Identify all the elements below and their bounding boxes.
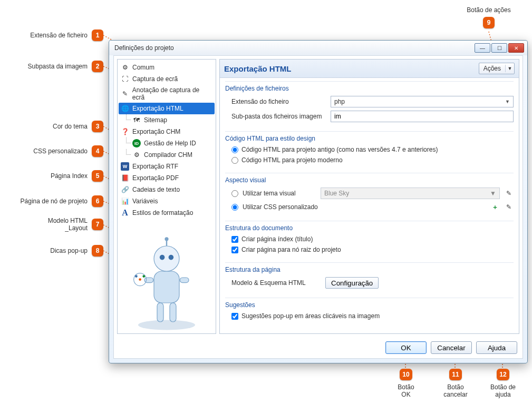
sidebar-item-label: Cadeias de texto bbox=[132, 186, 180, 193]
checkbox-label: Criar página para nó raiz do projeto bbox=[241, 246, 341, 253]
annotation-badge: 3 bbox=[92, 121, 103, 132]
sidebar-item-text-strings[interactable]: 🔗Cadeias de texto bbox=[119, 184, 215, 195]
help-button[interactable]: Ajuda bbox=[476, 341, 517, 354]
annotation-label: Subpasta da imagem bbox=[28, 63, 88, 70]
section-doc-structure: Estrutura do documento Criar página índe… bbox=[220, 218, 519, 259]
sidebar-item-label: Anotação de captura de ecrã bbox=[132, 86, 212, 101]
sidebar-item-format-styles[interactable]: AEstilos de formatação bbox=[119, 207, 215, 219]
dialog-footer: OK Cancelar Ajuda bbox=[114, 337, 523, 358]
sidebar-item-label: Comum bbox=[132, 64, 154, 71]
annotation-badge: 1 bbox=[92, 29, 103, 41]
ext-combo[interactable]: php ▼ bbox=[331, 96, 514, 107]
svg-point-28 bbox=[169, 255, 174, 260]
pdf-icon: 📕 bbox=[121, 174, 129, 182]
checkbox-root-page[interactable] bbox=[231, 247, 238, 253]
sidebar-item-label: Sitemap bbox=[144, 116, 167, 124]
svg-point-30 bbox=[165, 237, 168, 241]
actions-button-label: Ações bbox=[479, 65, 506, 72]
help-icon: ❓ bbox=[121, 127, 129, 136]
checkbox-index-page[interactable] bbox=[231, 236, 238, 243]
add-icon[interactable]: ＋ bbox=[490, 202, 500, 212]
sidebar-item-variables[interactable]: 📊Variáveis bbox=[119, 195, 215, 207]
titlebar: Definições do projeto — ☐ ✕ bbox=[109, 41, 527, 55]
svg-rect-33 bbox=[157, 303, 163, 322]
config-button[interactable]: Configuração bbox=[325, 277, 379, 289]
annotation-label: Cor do tema bbox=[53, 123, 88, 130]
main-header: Exportação HTML Ações ▼ bbox=[220, 60, 519, 78]
sidebar-item-helpid[interactable]: IDGestão de Help ID bbox=[119, 137, 215, 149]
sidebar-item-label: Exportação HTML bbox=[132, 105, 183, 112]
maximize-button[interactable]: ☐ bbox=[491, 43, 507, 53]
chevron-down-icon: ▼ bbox=[505, 99, 510, 104]
annotation-badge: 9 bbox=[483, 17, 495, 28]
edit-theme-icon[interactable]: ✎ bbox=[504, 189, 514, 198]
svg-point-27 bbox=[160, 255, 165, 260]
radio-label: Código HTML para projeto antigo (como na… bbox=[241, 146, 438, 153]
sidebar-item-anotacao[interactable]: ✎Anotação de captura de ecrã bbox=[119, 85, 215, 103]
radio-custom-css[interactable] bbox=[231, 204, 238, 211]
annotation-label: Botão de ajuda bbox=[482, 383, 524, 398]
cancel-button[interactable]: Cancelar bbox=[431, 341, 472, 354]
id-icon: ID bbox=[132, 139, 141, 147]
annotation-label: Botão cancelar bbox=[434, 383, 477, 398]
theme-value: Blue Sky bbox=[324, 190, 349, 197]
sidebar-item-label: Variáveis bbox=[132, 198, 158, 205]
checkbox-label: Sugestões pop-up em áreas clicáveis na i… bbox=[241, 312, 380, 320]
model-label: Modelo & Esquema HTML bbox=[231, 279, 321, 287]
checkbox-label: Criar página índex (título) bbox=[241, 235, 313, 243]
section-title: Definições de ficheiros bbox=[225, 81, 514, 94]
sidebar-item-label: Exportação CHM bbox=[132, 128, 180, 135]
section-title: Estrutura da página bbox=[225, 262, 514, 275]
radio-modern-html[interactable] bbox=[231, 157, 238, 164]
section-visual: Aspecto visual Utilizar tema visual Blue… bbox=[220, 170, 519, 218]
svg-point-36 bbox=[139, 278, 141, 281]
annotation-label: Página de nó de projeto bbox=[21, 198, 88, 205]
chevron-down-icon: ▼ bbox=[506, 66, 514, 71]
section-page-structure: Estrutura da página Modelo & Esquema HTM… bbox=[220, 259, 519, 294]
sidebar-item-export-html[interactable]: 🌐Exportação HTML bbox=[119, 103, 215, 114]
theme-combo-disabled: Blue Sky ▼ bbox=[321, 188, 500, 199]
gear-icon: ⚙ bbox=[121, 63, 129, 72]
sidebar-item-label: Captura de ecrã bbox=[132, 75, 178, 83]
radio-old-html[interactable] bbox=[231, 146, 238, 153]
globe-icon: 🌐 bbox=[121, 104, 129, 113]
svg-rect-25 bbox=[154, 271, 179, 303]
gear-icon: ⚙ bbox=[132, 151, 141, 159]
sidebar-item-export-chm[interactable]: ❓Exportação CHM bbox=[119, 126, 215, 137]
sidebar-item-label: Estilos de formatação bbox=[132, 209, 193, 216]
actions-button[interactable]: Ações ▼ bbox=[479, 63, 515, 74]
annotation-label: CSS personalizado bbox=[33, 147, 88, 155]
window-title: Definições do projeto bbox=[114, 44, 174, 52]
sidebar-item-export-pdf[interactable]: 📕Exportação PDF bbox=[119, 172, 215, 184]
minimize-button[interactable]: — bbox=[475, 43, 490, 53]
svg-point-37 bbox=[135, 275, 138, 278]
radio-visual-theme[interactable] bbox=[231, 190, 238, 197]
svg-point-38 bbox=[142, 275, 145, 278]
annotation-label: Modelo HTML _Layout bbox=[48, 217, 88, 232]
annotation-badge: 11 bbox=[449, 369, 462, 380]
checkbox-popup-hints[interactable] bbox=[231, 313, 238, 320]
sidebar-item-sitemap[interactable]: 🗺Sitemap bbox=[119, 114, 215, 126]
annotation-label: Botão OK bbox=[385, 383, 427, 398]
radio-label: Utilizar tema visual bbox=[243, 190, 316, 197]
annotation-label: Página Index bbox=[51, 172, 88, 180]
svg-rect-34 bbox=[170, 303, 176, 322]
sidebar-item-comum[interactable]: ⚙Comum bbox=[119, 62, 215, 73]
ext-label: Extensão do ficheiro bbox=[231, 98, 326, 105]
edit-css-icon[interactable]: ✎ bbox=[504, 202, 514, 212]
subfolder-input[interactable] bbox=[331, 111, 514, 122]
close-button[interactable]: ✕ bbox=[508, 43, 524, 53]
word-icon: W bbox=[121, 162, 129, 171]
sidebar-item-chm-compiler[interactable]: ⚙Compilador CHM bbox=[119, 149, 215, 161]
annotation-badge: 2 bbox=[92, 61, 103, 72]
sidebar-item-captura[interactable]: ⛶Captura de ecrã bbox=[119, 73, 215, 85]
sidebar-item-export-rtf[interactable]: WExportação RTF bbox=[119, 161, 215, 172]
ok-button[interactable]: OK bbox=[385, 341, 427, 354]
sidebar-item-label: Gestão de Help ID bbox=[144, 140, 196, 147]
section-suggestions: Sugestões Sugestões pop-up em áreas clic… bbox=[220, 294, 519, 326]
annotation-label: Extensão de ficheiro bbox=[30, 32, 88, 39]
annotation-badge: 8 bbox=[92, 245, 103, 257]
window-buttons: — ☐ ✕ bbox=[475, 43, 524, 53]
sidebar-item-label: Compilador CHM bbox=[144, 151, 192, 159]
section-title: Código HTML para estilo design bbox=[225, 131, 514, 144]
